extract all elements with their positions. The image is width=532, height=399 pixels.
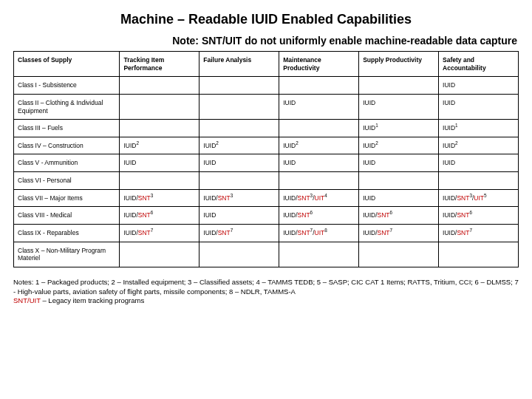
footnotes-lead: Notes: 1 – Packaged products; 2 – Instal…: [13, 278, 519, 296]
table-row: Class I - SubsistenceIUID: [14, 77, 519, 95]
table-row: Class II – Clothing & Individual Equipme…: [14, 94, 519, 119]
table-cell: IUID/SNT6: [120, 207, 200, 225]
table-row: Class IX - ReparablesIUID/SNT7IUID/SNT7I…: [14, 224, 519, 242]
table-row: Class X – Non-Military Program Materiel: [14, 242, 519, 267]
table-cell: IUID/SNT3/UIT5: [439, 189, 519, 207]
table-cell: [359, 77, 439, 95]
table-row: Class V - AmmunitionIUIDIUIDIUIDIUIDIUID: [14, 154, 519, 172]
table-cell: [200, 120, 279, 137]
table-cell: IUID/SNT7: [200, 224, 279, 242]
table-cell: IUID2: [279, 137, 359, 154]
row-label: Class VII – Major Items: [14, 189, 120, 207]
row-label: Class IX - Reparables: [14, 224, 120, 242]
note-line: Note: SNT/UIT do not uniformly enable ma…: [13, 35, 519, 47]
table-header-row: Classes of Supply Tracking Item Performa…: [14, 52, 519, 77]
footnotes: Notes: 1 – Packaged products; 2 – Instal…: [13, 278, 519, 306]
table-cell: IUID: [279, 154, 359, 172]
table-cell: [279, 120, 359, 137]
table-cell: IUID: [359, 94, 439, 119]
table-cell: [120, 94, 200, 119]
col-maintenance: Maintenance Productivity: [279, 52, 359, 77]
row-label: Class X – Non-Military Program Materiel: [14, 242, 120, 267]
table-cell: [439, 172, 519, 190]
table-row: Class VIII - MedicalIUID/SNT6IUIDIUID/SN…: [14, 207, 519, 225]
table-row: Class IV – ConstructionIUID2IUID2IUID2IU…: [14, 137, 519, 154]
table-cell: IUID: [439, 154, 519, 172]
table-cell: [439, 242, 519, 267]
table-cell: [279, 172, 359, 190]
table-cell: IUID: [439, 77, 519, 95]
note-prefix: Note:: [172, 35, 202, 47]
table-cell: IUID/SNT7: [439, 224, 519, 242]
table-cell: IUID1: [439, 120, 519, 137]
col-supply: Supply Productivity: [359, 52, 439, 77]
table-cell: [120, 120, 200, 137]
table-cell: IUID: [200, 207, 279, 225]
table-cell: [279, 77, 359, 95]
page-title: Machine – Readable IUID Enabled Capabili…: [13, 12, 519, 27]
table-cell: IUID2: [439, 137, 519, 154]
table-cell: IUID2: [359, 137, 439, 154]
table-cell: IUID2: [200, 137, 279, 154]
col-tracking: Tracking Item Performance: [120, 52, 200, 77]
table-cell: [279, 242, 359, 267]
table-cell: [120, 172, 200, 190]
table-cell: IUID/SNT6: [279, 207, 359, 225]
table-cell: IUID1: [359, 120, 439, 137]
table-cell: IUID: [200, 154, 279, 172]
table-cell: IUID/SNT7: [359, 224, 439, 242]
table-cell: [200, 94, 279, 119]
table-cell: [359, 172, 439, 190]
col-safety: Safety and Accountability: [439, 52, 519, 77]
capabilities-table: Classes of Supply Tracking Item Performa…: [13, 51, 519, 267]
row-label: Class II – Clothing & Individual Equipme…: [14, 94, 120, 119]
footnotes-red: SNT/UIT: [13, 296, 41, 304]
table-cell: [359, 242, 439, 267]
table-cell: IUID2: [120, 137, 200, 154]
row-label: Class V - Ammunition: [14, 154, 120, 172]
table-cell: [120, 242, 200, 267]
table-cell: IUID/SNT7: [120, 224, 200, 242]
table-cell: [200, 242, 279, 267]
row-label: Class III – Fuels: [14, 120, 120, 137]
table-cell: IUID/SNT6: [359, 207, 439, 225]
table-cell: IUID/SNT3: [120, 189, 200, 207]
table-cell: IUID/SNT6: [439, 207, 519, 225]
table-cell: [200, 77, 279, 95]
table-cell: IUID/SNT3/UIT4: [279, 189, 359, 207]
table-cell: IUID/SNT3: [200, 189, 279, 207]
note-body: SNT/UIT do not uniformly enable machine-…: [202, 35, 517, 47]
col-failure: Failure Analysis: [200, 52, 279, 77]
footnotes-tail: – Legacy item tracking programs: [41, 296, 144, 304]
table-cell: [200, 172, 279, 190]
table-cell: IUID/SNT7/UIT8: [279, 224, 359, 242]
table-body: Class I - SubsistenceIUIDClass II – Clot…: [14, 77, 519, 267]
table-cell: [120, 77, 200, 95]
col-classes: Classes of Supply: [14, 52, 120, 77]
table-cell: IUID: [359, 154, 439, 172]
row-label: Class I - Subsistence: [14, 77, 120, 95]
table-cell: IUID: [359, 189, 439, 207]
table-row: Class III – FuelsIUID1IUID1: [14, 120, 519, 137]
table-row: Class VII – Major ItemsIUID/SNT3IUID/SNT…: [14, 189, 519, 207]
row-label: Class VIII - Medical: [14, 207, 120, 225]
table-cell: IUID: [279, 94, 359, 119]
row-label: Class IV – Construction: [14, 137, 120, 154]
row-label: Class VI - Personal: [14, 172, 120, 190]
table-row: Class VI - Personal: [14, 172, 519, 190]
table-cell: IUID: [439, 94, 519, 119]
table-cell: IUID: [120, 154, 200, 172]
